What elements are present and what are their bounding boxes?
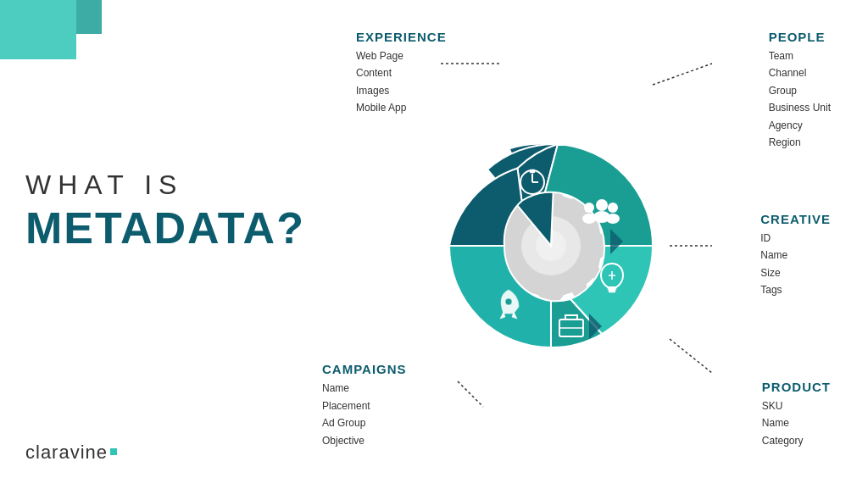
campaigns-title: CAMPAIGNS bbox=[322, 362, 407, 376]
people-item-1: Team bbox=[769, 47, 831, 64]
label-experience: EXPERIENCE Web Page Content Images Mobil… bbox=[356, 30, 447, 117]
logo: claravine bbox=[25, 442, 117, 464]
product-item-3: Category bbox=[762, 432, 831, 449]
creative-item-3: Size bbox=[760, 264, 831, 281]
people-item-2: Channel bbox=[769, 64, 831, 81]
creative-item-2: Name bbox=[760, 247, 831, 264]
corner-decoration-side bbox=[76, 0, 102, 34]
experience-item-4: Mobile App bbox=[356, 99, 447, 116]
svg-point-9 bbox=[584, 203, 594, 213]
campaigns-item-4: Objective bbox=[322, 432, 407, 449]
svg-line-23 bbox=[653, 64, 712, 85]
product-item-2: Name bbox=[762, 414, 831, 431]
metadata-wheel bbox=[407, 102, 695, 390]
label-product: PRODUCT SKU Name Category bbox=[762, 380, 831, 449]
people-item-4: Business Unit bbox=[769, 99, 831, 116]
logo-text: claravine bbox=[25, 442, 108, 464]
corner-decoration-top bbox=[0, 0, 76, 59]
campaigns-item-3: Ad Group bbox=[322, 414, 407, 431]
people-item-3: Group bbox=[769, 82, 831, 99]
svg-point-11 bbox=[608, 203, 618, 213]
campaigns-item-2: Placement bbox=[322, 397, 407, 414]
creative-item-4: Tags bbox=[760, 281, 831, 298]
label-campaigns: CAMPAIGNS Name Placement Ad Group Object… bbox=[322, 362, 407, 449]
svg-point-10 bbox=[596, 199, 608, 211]
people-title: PEOPLE bbox=[769, 30, 831, 44]
experience-item-3: Images bbox=[356, 82, 447, 99]
label-people: PEOPLE Team Channel Group Business Unit … bbox=[769, 30, 831, 151]
experience-item-1: Web Page bbox=[356, 47, 447, 64]
label-creative: CREATIVE ID Name Size Tags bbox=[760, 212, 831, 299]
svg-rect-15 bbox=[608, 287, 616, 290]
product-title: PRODUCT bbox=[762, 380, 831, 394]
logo-dot bbox=[110, 448, 117, 455]
svg-point-21 bbox=[505, 298, 512, 305]
creative-title: CREATIVE bbox=[760, 212, 831, 226]
svg-rect-16 bbox=[609, 290, 615, 292]
experience-item-2: Content bbox=[356, 64, 447, 81]
svg-point-14 bbox=[606, 214, 620, 224]
creative-item-1: ID bbox=[760, 230, 831, 247]
people-item-5: Agency bbox=[769, 117, 831, 134]
product-item-1: SKU bbox=[762, 397, 831, 414]
people-item-6: Region bbox=[769, 134, 831, 151]
diagram-container: EXPERIENCE Web Page Content Images Mobil… bbox=[254, 17, 848, 475]
experience-title: EXPERIENCE bbox=[356, 30, 447, 44]
campaigns-item-1: Name bbox=[322, 380, 407, 397]
svg-rect-6 bbox=[530, 169, 535, 173]
